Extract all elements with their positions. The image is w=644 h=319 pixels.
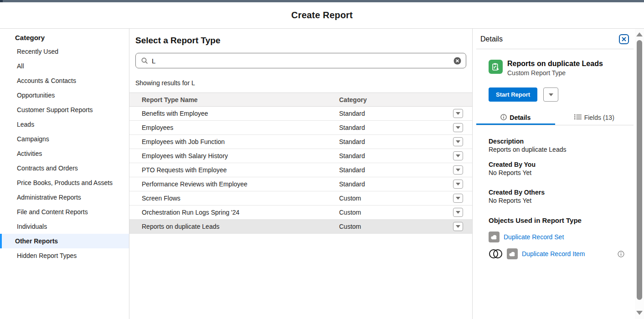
- row-actions-button[interactable]: [453, 151, 463, 160]
- chevron-down-icon: [549, 93, 553, 96]
- sidebar-item-administrative-reports[interactable]: Administrative Reports: [0, 190, 129, 205]
- sidebar-item-label: Accounts & Contacts: [17, 77, 76, 84]
- sidebar-item-label: Leads: [17, 121, 34, 128]
- details-panel: Details Reports on duplicate Leads Custo…: [476, 29, 634, 319]
- category-cell: Custom: [339, 195, 453, 202]
- details-panel-title: Details: [480, 35, 503, 43]
- sidebar-item-leads[interactable]: Leads: [0, 117, 129, 132]
- results-text: Showing results for L: [135, 79, 472, 87]
- row-actions-button[interactable]: [453, 208, 463, 217]
- start-report-dropdown-button[interactable]: [543, 87, 558, 102]
- sidebar-item-label: Recently Used: [17, 48, 58, 55]
- table-row[interactable]: Employees with Job Function Standard: [129, 135, 472, 149]
- report-type-name-cell: Employees with Job Function: [129, 138, 339, 145]
- chevron-down-icon: [456, 126, 460, 129]
- table-row[interactable]: PTO Requests with Employee Standard: [129, 163, 472, 177]
- sidebar-item-file-and-content-reports[interactable]: File and Content Reports: [0, 205, 129, 219]
- row-actions-button[interactable]: [453, 123, 463, 132]
- category-cell: Standard: [339, 180, 453, 188]
- created-by-others-section: Created By Others No Reports Yet: [489, 189, 634, 204]
- sidebar-item-individuals[interactable]: Individuals: [0, 219, 129, 234]
- chevron-down-icon: [456, 140, 460, 143]
- tab-fields[interactable]: Fields (13): [555, 112, 634, 125]
- page-title: Create Report: [291, 10, 353, 21]
- description-heading: Description: [489, 138, 634, 145]
- row-actions-button[interactable]: [453, 180, 463, 189]
- vertical-scrollbar[interactable]: [635, 29, 644, 319]
- category-cell: Standard: [339, 166, 453, 174]
- category-cell: Standard: [339, 152, 453, 160]
- table-row[interactable]: Benefits with Employee Standard: [129, 107, 472, 121]
- sidebar-item-hidden-report-types[interactable]: Hidden Report Types: [0, 248, 129, 263]
- sidebar-item-activities[interactable]: Activities: [0, 146, 129, 161]
- description-section: Description Reports on duplicate Leads: [489, 138, 634, 153]
- sidebar-item-label: Campaigns: [17, 135, 49, 143]
- chevron-down-icon: [456, 154, 460, 157]
- report-type-table: Report Type Name Category Benefits with …: [129, 93, 472, 234]
- scroll-down-icon[interactable]: [636, 311, 643, 315]
- cloud-object-icon: [489, 232, 500, 242]
- object-row-duplicate-record-item: Duplicate Record Item: [489, 248, 634, 259]
- sidebar-item-other-reports[interactable]: Other Reports: [0, 234, 129, 248]
- created-by-you-heading: Created By You: [489, 161, 634, 168]
- category-cell: Custom: [339, 223, 453, 230]
- created-by-others-heading: Created By Others: [489, 189, 634, 196]
- report-type-panel: Select a Report Type Showing results for…: [129, 29, 473, 319]
- duplicate-record-item-link[interactable]: Duplicate Record Item: [522, 250, 585, 257]
- sidebar-item-campaigns[interactable]: Campaigns: [0, 132, 129, 146]
- objects-heading: Objects Used in Report Type: [489, 216, 634, 224]
- scrollbar-thumb[interactable]: [637, 40, 642, 300]
- sidebar-item-recently-used[interactable]: Recently Used: [0, 44, 129, 59]
- row-actions-button[interactable]: [453, 109, 463, 118]
- column-header-name: Report Type Name: [129, 96, 339, 103]
- close-icon[interactable]: [619, 34, 629, 44]
- tab-details[interactable]: Details: [476, 112, 555, 125]
- clear-search-icon[interactable]: [453, 57, 461, 65]
- sidebar-item-opportunities[interactable]: Opportunities: [0, 88, 129, 103]
- table-row[interactable]: Reports on duplicate Leads Custom: [129, 220, 472, 234]
- report-subtitle: Custom Report Type: [507, 69, 603, 77]
- venn-overlap-icon: [489, 249, 503, 259]
- table-row[interactable]: Performance Reviews with Employee Standa…: [129, 177, 472, 191]
- table-row[interactable]: Screen Flows Custom: [129, 191, 472, 206]
- row-actions-button[interactable]: [453, 165, 463, 175]
- report-type-name-cell: Employees with Salary History: [129, 152, 339, 160]
- chevron-down-icon: [456, 211, 460, 214]
- chevron-down-icon: [456, 183, 460, 185]
- sidebar-item-all[interactable]: All: [0, 59, 129, 73]
- sidebar-item-label: Activities: [17, 150, 42, 157]
- sidebar-item-label: Customer Support Reports: [17, 106, 93, 113]
- magnifier-icon: [141, 57, 148, 64]
- duplicate-record-set-link[interactable]: Duplicate Record Set: [504, 233, 564, 241]
- sidebar-item-label: File and Content Reports: [17, 208, 88, 216]
- cloud-object-icon: [507, 248, 518, 259]
- chevron-down-icon: [456, 169, 460, 171]
- created-by-others-text: No Reports Yet: [489, 197, 634, 204]
- info-circle-icon[interactable]: [618, 251, 624, 257]
- sidebar-item-label: All: [17, 62, 24, 70]
- sidebar-item-accounts-contacts[interactable]: Accounts & Contacts: [0, 73, 129, 88]
- table-row[interactable]: Employees Standard: [129, 121, 472, 135]
- row-actions-button[interactable]: [453, 137, 463, 146]
- table-row[interactable]: Orchestration Run Logs Spring '24 Custom: [129, 206, 472, 220]
- report-title: Reports on duplicate Leads: [507, 60, 603, 68]
- start-report-button[interactable]: Start Report: [489, 87, 537, 102]
- table-row[interactable]: Employees with Salary History Standard: [129, 149, 472, 163]
- search-input[interactable]: [152, 57, 453, 65]
- row-actions-button[interactable]: [453, 222, 463, 231]
- report-type-name-cell: Employees: [129, 124, 339, 131]
- report-summary-text: Reports on duplicate Leads Custom Report…: [507, 60, 603, 77]
- sidebar-item-label: Other Reports: [15, 237, 58, 245]
- details-tabs: Details Fields (13): [476, 112, 634, 125]
- custom-report-type-icon: [489, 60, 503, 74]
- scroll-up-icon[interactable]: [636, 32, 643, 36]
- sidebar-item-price-books-products-and-assets[interactable]: Price Books, Products and Assets: [0, 175, 129, 190]
- chevron-down-icon: [456, 225, 460, 228]
- sidebar-item-label: Opportunities: [17, 92, 55, 99]
- category-list: Recently Used All Accounts & Contacts Op…: [0, 44, 129, 263]
- sidebar-item-customer-support-reports[interactable]: Customer Support Reports: [0, 103, 129, 117]
- category-cell: Standard: [339, 138, 453, 145]
- category-header: Category: [15, 34, 129, 41]
- sidebar-item-contracts-and-orders[interactable]: Contracts and Orders: [0, 161, 129, 175]
- row-actions-button[interactable]: [453, 194, 463, 203]
